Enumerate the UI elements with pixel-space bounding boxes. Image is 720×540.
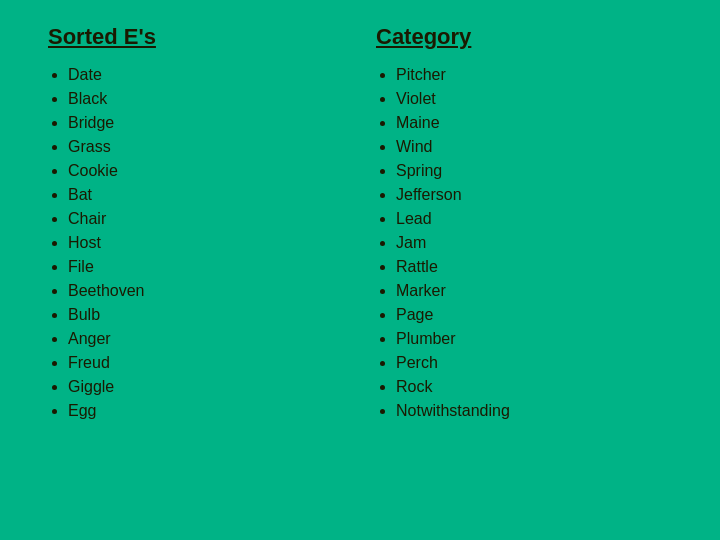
left-list-item: Date <box>68 66 344 84</box>
left-column-header: Sorted E's <box>48 24 344 50</box>
right-list-item: Violet <box>396 90 672 108</box>
left-list-item: Grass <box>68 138 344 156</box>
left-list-item: Egg <box>68 402 344 420</box>
left-list-item: Beethoven <box>68 282 344 300</box>
right-list-item: Plumber <box>396 330 672 348</box>
right-list: PitcherVioletMaineWindSpringJeffersonLea… <box>376 66 672 420</box>
right-list-item: Lead <box>396 210 672 228</box>
right-list-item: Rattle <box>396 258 672 276</box>
left-column: Sorted E's DateBlackBridgeGrassCookieBat… <box>32 24 360 516</box>
right-list-item: Rock <box>396 378 672 396</box>
left-list-item: Anger <box>68 330 344 348</box>
left-list-item: Chair <box>68 210 344 228</box>
main-container: Sorted E's DateBlackBridgeGrassCookieBat… <box>0 0 720 540</box>
right-list-item: Wind <box>396 138 672 156</box>
right-list-item: Jefferson <box>396 186 672 204</box>
left-list-item: Black <box>68 90 344 108</box>
left-list-item: Cookie <box>68 162 344 180</box>
left-list-item: Bat <box>68 186 344 204</box>
right-list-item: Page <box>396 306 672 324</box>
right-column: Category PitcherVioletMaineWindSpringJef… <box>360 24 688 516</box>
right-list-item: Marker <box>396 282 672 300</box>
left-list-item: Freud <box>68 354 344 372</box>
right-list-item: Spring <box>396 162 672 180</box>
right-list-item: Notwithstanding <box>396 402 672 420</box>
right-list-item: Jam <box>396 234 672 252</box>
right-list-item: Maine <box>396 114 672 132</box>
left-list-item: Bridge <box>68 114 344 132</box>
left-list-item: Bulb <box>68 306 344 324</box>
right-list-item: Pitcher <box>396 66 672 84</box>
right-column-header: Category <box>376 24 672 50</box>
left-list-item: Host <box>68 234 344 252</box>
right-list-item: Perch <box>396 354 672 372</box>
left-list-item: Giggle <box>68 378 344 396</box>
left-list-item: File <box>68 258 344 276</box>
left-list: DateBlackBridgeGrassCookieBatChairHostFi… <box>48 66 344 420</box>
